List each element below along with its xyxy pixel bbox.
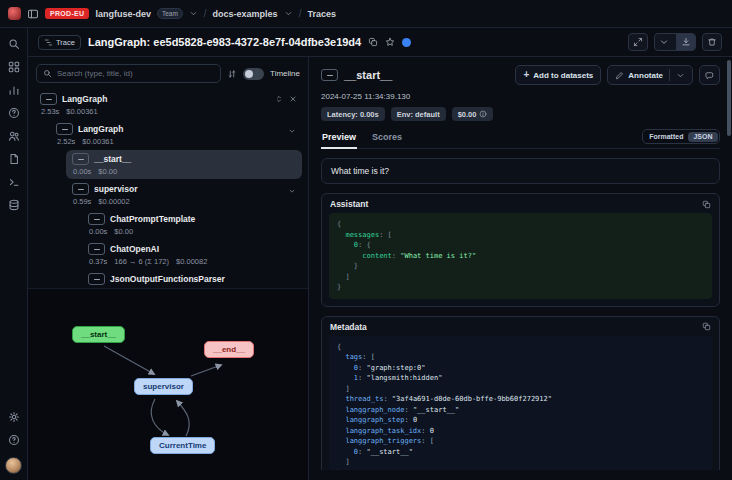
tree-row-chatprompttemplate[interactable]: ChatPromptTemplate0.00s$0.00 <box>82 210 302 239</box>
format-json[interactable]: JSON <box>688 132 717 142</box>
metric-badge: Latency: 0.00s <box>321 107 385 121</box>
metric-badge-label: $0.00 <box>458 110 477 119</box>
trace-tree: LangGraph2.53s$0.00361LangGraph2.52s$0.0… <box>28 88 308 288</box>
prompts-icon[interactable] <box>8 153 20 165</box>
tree-row-start[interactable]: __start__0.00s$0.00 <box>66 150 302 179</box>
playground-icon[interactable] <box>8 176 20 188</box>
export-split-button[interactable] <box>654 33 696 51</box>
app-logo[interactable] <box>8 7 21 20</box>
tree-row-jsonoutputfunctionsparser[interactable]: JsonOutputFunctionsParser <box>82 270 302 288</box>
top-nav: PROD-EU langfuse-dev Team / docs-example… <box>0 0 732 28</box>
breadcrumb-section[interactable]: Traces <box>307 9 336 19</box>
breadcrumb-project[interactable]: docs-examples <box>213 9 278 19</box>
graph-node-end[interactable]: __end__ <box>204 341 254 358</box>
tree-row-latency: 0.37s <box>89 257 107 266</box>
tree-row-langgraph[interactable]: LangGraph2.53s$0.00361 <box>34 90 302 119</box>
assistant-card: Assistant { messages: [ 0: { content: "W… <box>321 193 720 307</box>
breadcrumb-org[interactable]: langfuse-dev <box>95 9 151 19</box>
tree-row-latency: 2.52s <box>57 137 75 146</box>
langfuse-app: PROD-EU langfuse-dev Team / docs-example… <box>0 0 732 480</box>
annotate-chevron-icon[interactable] <box>676 71 685 80</box>
project-chevron-down-icon[interactable] <box>284 9 293 18</box>
breadcrumb-separator: / <box>299 8 302 19</box>
observation-type-icon <box>72 153 89 165</box>
copy-icon[interactable] <box>702 200 711 209</box>
metric-badge: Env: default <box>391 107 446 121</box>
tree-row-cost: $0.00361 <box>82 137 113 146</box>
detail-scroll-area[interactable]: What time is it? Assistant { messages: [… <box>321 158 720 470</box>
collapse-tree-icon[interactable] <box>289 95 297 103</box>
tree-row-latency: 0.00s <box>89 227 107 236</box>
observation-type-icon <box>88 213 105 225</box>
trace-title: LangGraph: ee5d5828-e983-4372-8e7f-04dfb… <box>88 36 361 48</box>
datasets-icon[interactable] <box>8 199 20 211</box>
trash-icon <box>707 37 717 47</box>
export-chevron-icon[interactable] <box>655 34 673 50</box>
bookmark-star-icon[interactable] <box>385 37 395 47</box>
tree-row-label: LangGraph <box>78 124 123 134</box>
download-icon[interactable] <box>676 34 695 50</box>
observation-title: __start__ <box>344 69 392 81</box>
users-icon[interactable] <box>8 130 20 142</box>
observation-type-icon <box>72 183 89 195</box>
metric-badge-label: Env: default <box>397 110 440 119</box>
delete-trace-button[interactable] <box>702 33 722 51</box>
info-icon <box>479 110 487 118</box>
tab-preview[interactable]: Preview <box>321 129 357 149</box>
comment-icon <box>705 71 714 80</box>
assistant-json: { messages: [ 0: { content: "What time i… <box>329 213 712 299</box>
sidebar-toggle-icon[interactable] <box>27 8 39 20</box>
trace-header-bar: Trace LangGraph: ee5d5828-e983-4372-8e7f… <box>28 28 732 57</box>
detail-tabs: PreviewScores FormattedJSON <box>321 129 720 149</box>
annotate-button[interactable]: Annotate <box>607 65 693 85</box>
tree-row-cost: $0.00 <box>98 167 117 176</box>
expand-all-icon[interactable] <box>275 95 283 103</box>
tree-row-langgraph[interactable]: LangGraph2.52s$0.00361 <box>50 120 302 149</box>
observation-type-icon <box>56 123 73 135</box>
tree-row-label: ChatPromptTemplate <box>110 214 195 224</box>
tree-row-chatopenai[interactable]: ChatOpenAI0.37s166 → 6 (Σ 172)$0.00082 <box>82 240 302 269</box>
timeline-toggle[interactable] <box>243 68 264 80</box>
expand-trace-button[interactable] <box>628 33 648 51</box>
comment-button[interactable] <box>699 65 720 85</box>
help-icon[interactable] <box>8 434 20 446</box>
observation-type-icon <box>88 243 105 255</box>
copy-icon[interactable] <box>702 322 711 331</box>
org-plan-badge: Team <box>157 8 183 19</box>
user-avatar[interactable] <box>5 457 22 474</box>
chevron-down-icon[interactable] <box>288 127 296 135</box>
tree-row-tokens: 166 → 6 (Σ 172) <box>114 257 169 266</box>
sort-icon[interactable] <box>227 69 237 79</box>
graph-node-start[interactable]: __start__ <box>72 326 125 343</box>
plus-icon: + <box>523 70 529 80</box>
search-input[interactable]: Search (type, title, id) <box>36 64 221 83</box>
chevron-down-icon[interactable] <box>288 187 296 195</box>
org-chevron-down-icon[interactable] <box>189 9 198 18</box>
dashboard-icon[interactable] <box>8 61 20 73</box>
tree-row-cost: $0.00002 <box>98 197 129 206</box>
scrollbar-thumb[interactable] <box>727 60 731 136</box>
format-toggle[interactable]: FormattedJSON <box>642 129 720 144</box>
format-formatted[interactable]: Formatted <box>644 132 688 142</box>
graph-node-currenttime[interactable]: CurrentTime <box>150 437 215 454</box>
tree-row-cost: $0.00 <box>114 227 133 236</box>
observation-tree-panel: Search (type, title, id) Timeline LangGr… <box>28 57 309 480</box>
tree-row-supervisor[interactable]: supervisor0.59s$0.00002 <box>66 180 302 209</box>
observation-timestamp: 2024-07-25 11:34:39.130 <box>321 92 720 101</box>
analytics-icon[interactable] <box>8 84 20 96</box>
settings-gear-icon[interactable] <box>8 411 20 423</box>
graph-node-supervisor[interactable]: supervisor <box>134 378 193 395</box>
metadata-json: { tags: [ 0: "graph:step:0" 1: "langsmit… <box>329 336 712 471</box>
copy-trace-id-icon[interactable] <box>368 37 378 47</box>
metric-badge-label: Latency: 0.00s <box>327 110 379 119</box>
add-to-datasets-button[interactable]: + Add to datasets <box>515 65 601 85</box>
tree-row-label: supervisor <box>94 184 137 194</box>
input-message-card: What time is it? <box>321 158 720 184</box>
tab-scores[interactable]: Scores <box>371 129 403 148</box>
metric-badge: $0.00 <box>452 107 494 121</box>
search-icon <box>43 69 52 78</box>
public-share-icon[interactable] <box>402 38 411 47</box>
support-icon[interactable] <box>8 107 20 119</box>
search-icon[interactable] <box>8 38 20 50</box>
observation-detail-panel: __start__ + Add to datasets Annotate <box>309 57 732 480</box>
